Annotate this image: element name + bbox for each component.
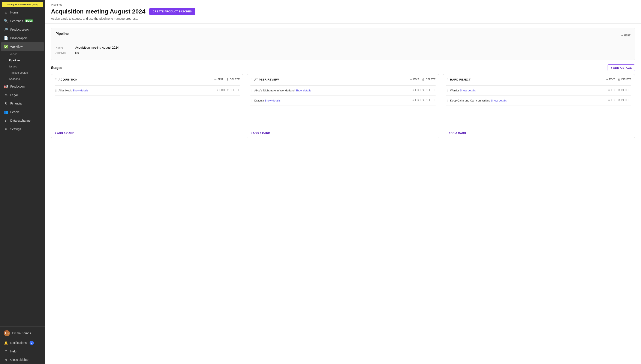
stage-edit-acquisition[interactable]: ✏ EDIT <box>214 78 223 81</box>
main-nav: ⌂ Home 🔍 Searches BETA 🔎 Product search … <box>0 8 45 134</box>
card-edit-alice[interactable]: ✏ EDIT <box>412 89 421 92</box>
pipeline-edit-label: EDIT <box>624 34 630 37</box>
page-title: Acquisition meeting August 2024 <box>51 8 146 15</box>
legal-icon: ⚖ <box>4 93 8 97</box>
card-divider-alice <box>250 96 436 96</box>
sidebar-item-close[interactable]: « Close sidebar <box>1 356 44 364</box>
avatar: EB <box>4 330 10 336</box>
sidebar-item-settings-label: Settings <box>10 128 21 131</box>
sidebar-item-user[interactable]: EB Emma Barnes <box>1 328 44 338</box>
card-item-warrior: ⠿ Warrior Show details ✏ EDIT 🗑 <box>446 87 631 94</box>
drag-handle-icon-2[interactable]: ⠿ <box>250 78 253 81</box>
card-delete-warrior[interactable]: 🗑 DELETE <box>618 89 631 92</box>
sidebar-item-bibliographic[interactable]: 📄 Bibliographic <box>1 34 44 42</box>
sidebar-item-help[interactable]: ? Help <box>1 347 44 356</box>
stage-card-acquisition: ⠿ ACQUISITION ✏ EDIT 🗑 DELETE <box>51 74 243 138</box>
card-show-link-alice[interactable]: Show details <box>295 89 311 92</box>
card-drag-icon-warrior[interactable]: ⠿ <box>446 89 448 92</box>
sidebar-item-legal-label: Legal <box>10 93 18 97</box>
sidebar-item-issues[interactable]: Issues <box>9 64 45 70</box>
add-card-acquisition[interactable]: + ADD A CARD <box>55 129 240 135</box>
close-sidebar-icon: « <box>4 358 8 362</box>
card-actions-keep-calm: ✏ EDIT 🗑 DELETE <box>608 99 631 102</box>
stage-divider <box>55 86 240 86</box>
sidebar-item-tracked-copies[interactable]: Tracked copies <box>9 70 45 76</box>
card-drag-icon-alice[interactable]: ⠿ <box>250 89 253 92</box>
stage-header-acquisition: ⠿ ACQUISITION ✏ EDIT 🗑 DELETE <box>55 78 240 81</box>
card-edit-icon-alice: ✏ <box>412 89 415 92</box>
sidebar-bottom: EB Emma Barnes 🔔 Notifications 3 ? Help … <box>0 326 45 364</box>
pipeline-name-value: Acquisition meeting August 2024 <box>75 46 119 49</box>
sidebar-item-pipelines[interactable]: Pipelines <box>9 57 45 64</box>
card-delete-keep-calm[interactable]: 🗑 DELETE <box>618 99 631 102</box>
card-actions-alice: ✏ EDIT 🗑 DELETE <box>412 89 436 92</box>
stage-divider-2 <box>250 86 436 86</box>
sidebar-item-product-search[interactable]: 🔎 Product search <box>1 25 44 34</box>
drag-handle-icon[interactable]: ⠿ <box>55 78 57 81</box>
sidebar-item-legal[interactable]: ⚖ Legal <box>1 91 44 99</box>
breadcrumb-separator: › <box>64 3 65 6</box>
add-card-hard-reject[interactable]: + ADD A CARD <box>446 129 631 135</box>
sidebar-item-home[interactable]: ⌂ Home <box>1 8 44 16</box>
card-edit-keep-calm[interactable]: ✏ EDIT <box>608 99 617 102</box>
card-delete-alice[interactable]: 🗑 DELETE <box>422 89 436 92</box>
card-item-keep-calm: ⠿ Keep Calm and Carry on Writing Show de… <box>446 98 631 104</box>
stages-grid: ⠿ ACQUISITION ✏ EDIT 🗑 DELETE <box>51 74 635 138</box>
stage-delete-acquisition[interactable]: 🗑 DELETE <box>226 78 240 81</box>
card-item-dracula: ⠿ Dracula Show details ✏ EDIT 🗑 <box>250 98 436 104</box>
stage-delete-peer-review[interactable]: 🗑 DELETE <box>422 78 436 81</box>
stage-edit-peer-review[interactable]: ✏ EDIT <box>410 78 419 81</box>
create-product-batches-button[interactable]: CREATE PRODUCT BATCHES <box>149 8 195 15</box>
card-delete-dracula[interactable]: 🗑 DELETE <box>422 99 436 102</box>
sidebar-item-production[interactable]: 🏭 Production <box>1 82 44 90</box>
stage-delete-hard-reject[interactable]: 🗑 DELETE <box>618 78 631 81</box>
card-drag-icon[interactable]: ⠿ <box>55 89 57 92</box>
beta-badge: BETA <box>25 20 33 22</box>
card-actions-dracula: ✏ EDIT 🗑 DELETE <box>412 99 436 102</box>
sidebar-item-people[interactable]: 👥 People <box>1 108 44 116</box>
pipeline-section-header-row: Pipeline ✏ EDIT <box>56 32 630 39</box>
add-card-peer-review[interactable]: + ADD A CARD <box>250 129 436 135</box>
pipeline-divider-top <box>56 42 630 42</box>
trash-icon-3: 🗑 <box>618 78 620 81</box>
card-delete-alias-hook[interactable]: 🗑 DELETE <box>226 89 240 92</box>
edit-icon-2: ✏ <box>410 78 412 81</box>
card-edit-dracula[interactable]: ✏ EDIT <box>412 99 421 102</box>
card-show-link-alias-hook[interactable]: Show details <box>73 89 89 92</box>
card-edit-alias-hook[interactable]: ✏ EDIT <box>217 89 225 92</box>
sidebar-item-settings[interactable]: ⚙ Settings <box>1 125 44 133</box>
acting-as-badge: Acting as Snowbooks [solo] <box>2 2 43 7</box>
edit-pencil-icon: ✏ <box>621 34 623 37</box>
trash-icon: 🗑 <box>226 78 229 81</box>
sidebar-item-product-search-label: Product search <box>10 28 31 31</box>
card-item-alias-hook: ⠿ Alias Hook Show details ✏ EDIT 🗑 <box>55 87 240 94</box>
sidebar-item-data-exchange[interactable]: ⇄ Data exchange <box>1 116 44 124</box>
sidebar-item-financial-label: Financial <box>10 102 22 105</box>
sidebar-item-notifications[interactable]: 🔔 Notifications 3 <box>1 338 44 347</box>
card-show-link-dracula[interactable]: Show details <box>265 99 280 102</box>
card-drag-icon-keep-calm[interactable]: ⠿ <box>446 99 448 102</box>
card-show-link-warrior[interactable]: Show details <box>460 89 476 92</box>
sidebar-item-todos[interactable]: To-dos <box>9 51 45 57</box>
sidebar-item-seasons[interactable]: Seasons <box>9 76 45 82</box>
card-show-link-keep-calm[interactable]: Show details <box>491 99 507 102</box>
sidebar-item-bibliographic-label: Bibliographic <box>10 36 28 40</box>
card-title-alias-hook: Alias Hook Show details <box>59 89 215 92</box>
page-header: Acquisition meeting August 2024 CREATE P… <box>51 8 635 15</box>
page-subtitle: Assign cards to stages, and use the pipe… <box>51 17 635 23</box>
card-drag-icon-dracula[interactable]: ⠿ <box>250 99 253 102</box>
stage-name-acquisition: ACQUISITION <box>59 78 213 81</box>
sidebar-item-searches[interactable]: 🔍 Searches BETA <box>1 17 44 25</box>
add-stage-button[interactable]: + ADD A STAGE <box>607 64 635 71</box>
sidebar-item-workflow[interactable]: ✅ Workflow <box>1 42 44 51</box>
pipeline-edit-link[interactable]: ✏ EDIT <box>621 34 630 37</box>
sidebar-item-financial[interactable]: € Financial <box>1 99 44 108</box>
drag-handle-icon-3[interactable]: ⠿ <box>446 78 448 81</box>
breadcrumb-parent[interactable]: Pipelines <box>51 3 62 6</box>
card-divider-warrior <box>446 96 631 96</box>
stage-header-peer-review: ⠿ AT PEER REVIEW ✏ EDIT 🗑 DELETE <box>250 78 436 81</box>
stage-edit-hard-reject[interactable]: ✏ EDIT <box>606 78 615 81</box>
card-trash-icon-dracula: 🗑 <box>422 99 425 102</box>
card-edit-warrior[interactable]: ✏ EDIT <box>608 89 617 92</box>
sidebar-item-people-label: People <box>10 110 20 114</box>
